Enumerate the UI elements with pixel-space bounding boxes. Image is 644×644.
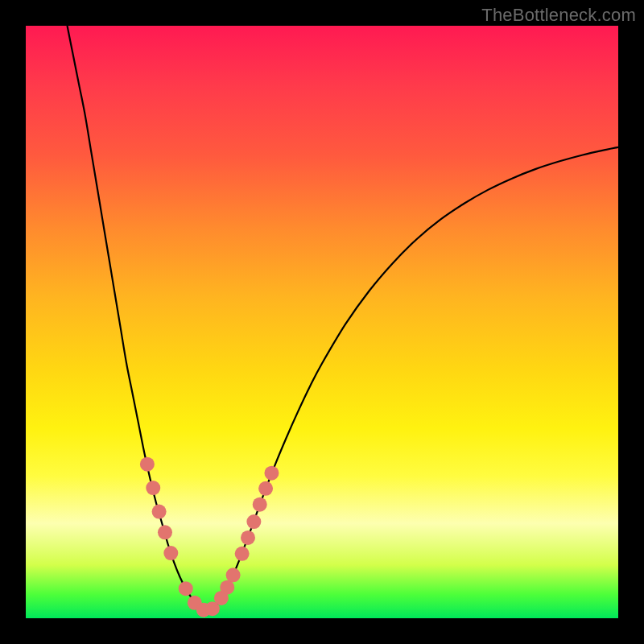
bottleneck-curve xyxy=(68,26,618,610)
marker-point xyxy=(235,547,250,561)
marker-point xyxy=(163,546,178,560)
marker-point xyxy=(246,514,261,529)
plot-area xyxy=(26,26,618,618)
marker-point xyxy=(258,481,273,496)
curve-svg xyxy=(26,26,618,618)
marker-group xyxy=(140,457,279,617)
marker-point xyxy=(264,466,279,481)
marker-point xyxy=(253,497,267,512)
marker-point xyxy=(220,580,234,595)
marker-point xyxy=(226,568,241,582)
watermark-text: TheBottleneck.com xyxy=(481,5,636,26)
marker-point xyxy=(140,457,155,472)
marker-point xyxy=(179,581,193,596)
marker-point xyxy=(241,530,255,545)
marker-point xyxy=(146,481,160,495)
marker-point xyxy=(158,525,172,539)
chart-frame: TheBottleneck.com xyxy=(0,0,644,644)
marker-point xyxy=(152,505,167,519)
